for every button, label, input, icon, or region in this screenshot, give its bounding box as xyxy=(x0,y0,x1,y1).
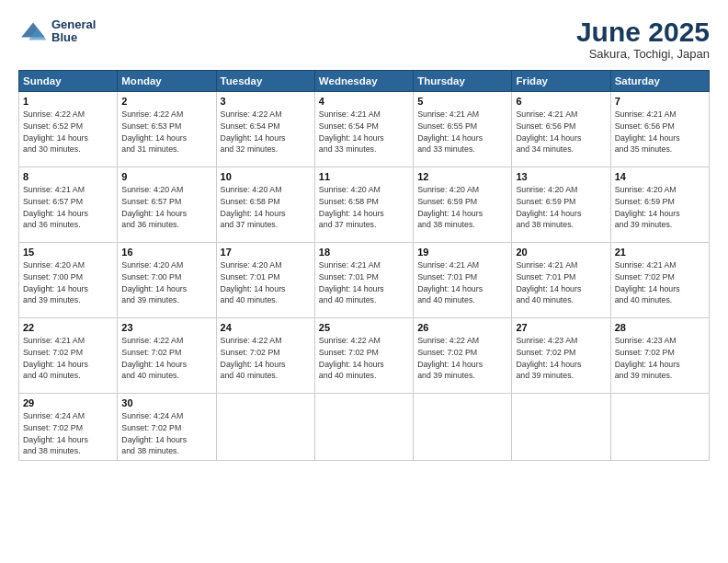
calendar-cell: 13Sunrise: 4:20 AM Sunset: 6:59 PM Dayli… xyxy=(512,167,610,243)
day-of-week-header: Wednesday xyxy=(314,71,413,92)
day-number: 5 xyxy=(417,96,507,107)
calendar-cell: 30Sunrise: 4:24 AM Sunset: 7:02 PM Dayli… xyxy=(118,394,216,461)
calendar-cell xyxy=(610,394,709,461)
day-info: Sunrise: 4:22 AM Sunset: 6:53 PM Dayligh… xyxy=(121,109,211,155)
calendar-cell xyxy=(314,394,413,461)
calendar-week-row: 22Sunrise: 4:21 AM Sunset: 7:02 PM Dayli… xyxy=(19,318,710,394)
day-of-week-header: Tuesday xyxy=(216,71,314,92)
day-info: Sunrise: 4:21 AM Sunset: 7:01 PM Dayligh… xyxy=(516,259,606,306)
calendar-cell: 23Sunrise: 4:22 AM Sunset: 7:02 PM Dayli… xyxy=(118,318,216,394)
calendar-cell: 11Sunrise: 4:20 AM Sunset: 6:58 PM Dayli… xyxy=(314,167,413,243)
calendar-cell: 8Sunrise: 4:21 AM Sunset: 6:57 PM Daylig… xyxy=(19,167,118,243)
day-number: 19 xyxy=(417,247,507,258)
day-number: 22 xyxy=(23,322,113,333)
day-info: Sunrise: 4:20 AM Sunset: 6:59 PM Dayligh… xyxy=(615,184,705,231)
day-info: Sunrise: 4:20 AM Sunset: 6:58 PM Dayligh… xyxy=(221,184,311,231)
logo-line2: Blue xyxy=(51,31,96,44)
calendar-cell xyxy=(414,394,512,461)
calendar-cell: 7Sunrise: 4:21 AM Sunset: 6:56 PM Daylig… xyxy=(610,92,709,167)
calendar-cell: 22Sunrise: 4:21 AM Sunset: 7:02 PM Dayli… xyxy=(19,318,118,394)
day-number: 26 xyxy=(417,322,507,333)
calendar-cell: 27Sunrise: 4:23 AM Sunset: 7:02 PM Dayli… xyxy=(512,318,610,394)
day-number: 25 xyxy=(319,322,409,333)
day-number: 10 xyxy=(221,171,311,182)
calendar-cell: 4Sunrise: 4:21 AM Sunset: 6:54 PM Daylig… xyxy=(314,92,413,167)
calendar-cell: 3Sunrise: 4:22 AM Sunset: 6:54 PM Daylig… xyxy=(216,92,314,167)
day-info: Sunrise: 4:20 AM Sunset: 6:57 PM Dayligh… xyxy=(121,184,211,231)
day-info: Sunrise: 4:22 AM Sunset: 6:54 PM Dayligh… xyxy=(221,109,311,155)
calendar-cell: 15Sunrise: 4:20 AM Sunset: 7:00 PM Dayli… xyxy=(19,243,118,318)
day-info: Sunrise: 4:21 AM Sunset: 6:55 PM Dayligh… xyxy=(417,109,507,155)
day-info: Sunrise: 4:22 AM Sunset: 7:02 PM Dayligh… xyxy=(319,335,409,382)
day-number: 20 xyxy=(516,247,606,258)
day-number: 3 xyxy=(221,96,311,107)
day-info: Sunrise: 4:22 AM Sunset: 7:02 PM Dayligh… xyxy=(221,335,311,382)
day-info: Sunrise: 4:24 AM Sunset: 7:02 PM Dayligh… xyxy=(23,410,113,457)
calendar: SundayMondayTuesdayWednesdayThursdayFrid… xyxy=(18,70,710,461)
day-number: 28 xyxy=(615,322,705,333)
day-info: Sunrise: 4:23 AM Sunset: 7:02 PM Dayligh… xyxy=(615,335,705,382)
day-info: Sunrise: 4:22 AM Sunset: 6:52 PM Dayligh… xyxy=(23,109,113,155)
calendar-week-row: 8Sunrise: 4:21 AM Sunset: 6:57 PM Daylig… xyxy=(19,167,710,243)
day-number: 18 xyxy=(319,247,409,258)
calendar-cell: 28Sunrise: 4:23 AM Sunset: 7:02 PM Dayli… xyxy=(610,318,709,394)
day-of-week-header: Sunday xyxy=(19,71,118,92)
day-number: 24 xyxy=(221,322,311,333)
day-info: Sunrise: 4:21 AM Sunset: 7:02 PM Dayligh… xyxy=(23,335,113,382)
day-of-week-header: Thursday xyxy=(414,71,512,92)
day-info: Sunrise: 4:21 AM Sunset: 6:56 PM Dayligh… xyxy=(615,109,705,155)
calendar-cell: 2Sunrise: 4:22 AM Sunset: 6:53 PM Daylig… xyxy=(118,92,216,167)
day-number: 12 xyxy=(417,171,507,182)
logo-line1: General xyxy=(51,18,96,31)
calendar-cell: 18Sunrise: 4:21 AM Sunset: 7:01 PM Dayli… xyxy=(314,243,413,318)
day-of-week-header: Monday xyxy=(118,71,216,92)
calendar-cell: 25Sunrise: 4:22 AM Sunset: 7:02 PM Dayli… xyxy=(314,318,413,394)
day-info: Sunrise: 4:20 AM Sunset: 6:59 PM Dayligh… xyxy=(516,184,606,231)
calendar-cell: 29Sunrise: 4:24 AM Sunset: 7:02 PM Dayli… xyxy=(19,394,118,461)
calendar-cell: 26Sunrise: 4:22 AM Sunset: 7:02 PM Dayli… xyxy=(414,318,512,394)
day-info: Sunrise: 4:20 AM Sunset: 7:00 PM Dayligh… xyxy=(23,259,113,306)
day-number: 13 xyxy=(516,171,606,182)
day-of-week-header: Friday xyxy=(512,71,610,92)
day-number: 7 xyxy=(615,96,705,107)
calendar-cell: 17Sunrise: 4:20 AM Sunset: 7:01 PM Dayli… xyxy=(216,243,314,318)
day-info: Sunrise: 4:20 AM Sunset: 6:59 PM Dayligh… xyxy=(417,184,507,231)
header: General Blue June 2025 Sakura, Tochigi, … xyxy=(18,17,710,61)
calendar-cell: 12Sunrise: 4:20 AM Sunset: 6:59 PM Dayli… xyxy=(414,167,512,243)
day-number: 27 xyxy=(516,322,606,333)
day-info: Sunrise: 4:21 AM Sunset: 6:54 PM Dayligh… xyxy=(319,109,409,155)
calendar-week-row: 29Sunrise: 4:24 AM Sunset: 7:02 PM Dayli… xyxy=(19,394,710,461)
calendar-header-row: SundayMondayTuesdayWednesdayThursdayFrid… xyxy=(19,71,710,92)
calendar-cell: 10Sunrise: 4:20 AM Sunset: 6:58 PM Dayli… xyxy=(216,167,314,243)
day-info: Sunrise: 4:22 AM Sunset: 7:02 PM Dayligh… xyxy=(121,335,211,382)
calendar-cell xyxy=(216,394,314,461)
calendar-week-row: 1Sunrise: 4:22 AM Sunset: 6:52 PM Daylig… xyxy=(19,92,710,167)
day-number: 14 xyxy=(615,171,705,182)
day-number: 30 xyxy=(121,397,211,408)
logo-text: General Blue xyxy=(51,18,96,45)
day-info: Sunrise: 4:20 AM Sunset: 6:58 PM Dayligh… xyxy=(319,184,409,231)
calendar-cell: 9Sunrise: 4:20 AM Sunset: 6:57 PM Daylig… xyxy=(118,167,216,243)
day-number: 6 xyxy=(516,96,606,107)
calendar-cell: 20Sunrise: 4:21 AM Sunset: 7:01 PM Dayli… xyxy=(512,243,610,318)
subtitle: Sakura, Tochigi, Japan xyxy=(576,47,710,61)
day-info: Sunrise: 4:20 AM Sunset: 7:00 PM Dayligh… xyxy=(121,259,211,306)
day-number: 4 xyxy=(319,96,409,107)
day-info: Sunrise: 4:21 AM Sunset: 6:57 PM Dayligh… xyxy=(23,184,113,231)
calendar-cell: 1Sunrise: 4:22 AM Sunset: 6:52 PM Daylig… xyxy=(19,92,118,167)
calendar-cell: 6Sunrise: 4:21 AM Sunset: 6:56 PM Daylig… xyxy=(512,92,610,167)
calendar-cell: 5Sunrise: 4:21 AM Sunset: 6:55 PM Daylig… xyxy=(414,92,512,167)
day-number: 2 xyxy=(121,96,211,107)
day-number: 21 xyxy=(615,247,705,258)
logo-icon xyxy=(18,17,48,46)
calendar-cell: 24Sunrise: 4:22 AM Sunset: 7:02 PM Dayli… xyxy=(216,318,314,394)
day-number: 15 xyxy=(23,247,113,258)
day-number: 1 xyxy=(23,96,113,107)
page: General Blue June 2025 Sakura, Tochigi, … xyxy=(0,0,728,563)
calendar-cell: 21Sunrise: 4:21 AM Sunset: 7:02 PM Dayli… xyxy=(610,243,709,318)
day-info: Sunrise: 4:24 AM Sunset: 7:02 PM Dayligh… xyxy=(121,410,211,457)
day-number: 9 xyxy=(121,171,211,182)
day-info: Sunrise: 4:21 AM Sunset: 6:56 PM Dayligh… xyxy=(516,109,606,155)
day-number: 23 xyxy=(121,322,211,333)
day-info: Sunrise: 4:21 AM Sunset: 7:02 PM Dayligh… xyxy=(615,259,705,306)
